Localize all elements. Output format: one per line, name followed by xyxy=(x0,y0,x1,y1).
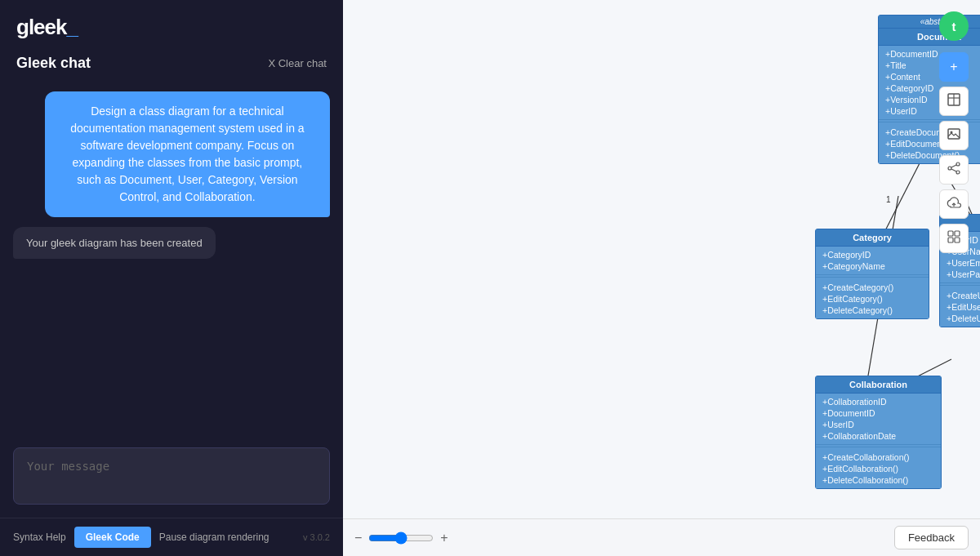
svg-rect-12 xyxy=(955,231,960,236)
svg-point-7 xyxy=(956,171,960,174)
gleek-code-button[interactable]: Gleek Code xyxy=(74,527,151,548)
svg-rect-13 xyxy=(948,238,953,242)
zoom-slider[interactable] xyxy=(368,532,434,545)
message-input[interactable] xyxy=(13,447,330,505)
right-toolbar: + xyxy=(939,52,969,253)
layout-icon xyxy=(947,229,961,247)
image-button[interactable] xyxy=(939,121,969,150)
cloud-button[interactable] xyxy=(939,189,969,219)
zoom-out-icon[interactable]: − xyxy=(354,531,362,545)
syntax-help-button[interactable]: Syntax Help xyxy=(13,532,66,543)
collaboration-name: Collaboration xyxy=(816,376,941,394)
user-message: Design a class diagram for a technical d… xyxy=(45,91,330,217)
table-button[interactable] xyxy=(939,87,969,116)
svg-line-8 xyxy=(951,165,956,167)
category-class: Category +CategoryID +CategoryName +Crea… xyxy=(815,229,929,319)
svg-text:1: 1 xyxy=(886,195,891,204)
logo-bar: gleek_ xyxy=(0,0,343,48)
zoom-control: − + xyxy=(354,531,448,545)
chat-header: Gleek chat X Clear chat xyxy=(0,48,343,83)
add-button[interactable]: + xyxy=(939,52,969,82)
system-message: Your gleek diagram has been created xyxy=(13,227,216,259)
input-area xyxy=(0,438,343,518)
feedback-button[interactable]: Feedback xyxy=(894,526,969,549)
cloud-icon xyxy=(947,195,961,213)
share-icon xyxy=(947,161,961,179)
svg-point-4 xyxy=(951,131,953,134)
add-icon: + xyxy=(950,60,957,74)
share-button[interactable] xyxy=(939,155,969,185)
logo: gleek_ xyxy=(16,15,78,40)
user-methods: +CreateUser() +EditUser() +DeleteUser() xyxy=(940,287,980,327)
messages-area: Design a class diagram for a technical d… xyxy=(0,83,343,438)
diagram-bottom-bar: − + Feedback xyxy=(343,518,980,556)
right-panel: t + xyxy=(343,0,980,556)
layout-button[interactable] xyxy=(939,224,969,253)
category-methods: +CreateCategory() +EditCategory() +Delet… xyxy=(816,279,929,318)
svg-point-5 xyxy=(956,162,960,166)
svg-rect-14 xyxy=(955,238,960,242)
table-icon xyxy=(947,92,961,110)
category-attrs: +CategoryID +CategoryName xyxy=(816,247,929,275)
image-icon xyxy=(947,127,961,145)
bottom-toolbar: Syntax Help Gleek Code Pause diagram ren… xyxy=(0,518,343,556)
left-panel: gleek_ Gleek chat X Clear chat Design a … xyxy=(0,0,343,556)
collaboration-class: Collaboration +CollaborationID +Document… xyxy=(815,376,942,489)
svg-line-9 xyxy=(951,169,956,171)
svg-rect-11 xyxy=(948,231,953,236)
version-label: v 3.0.2 xyxy=(303,532,330,542)
chat-title: Gleek chat xyxy=(16,55,91,72)
zoom-in-icon[interactable]: + xyxy=(440,531,448,545)
svg-point-6 xyxy=(948,167,951,170)
avatar[interactable]: t xyxy=(939,11,969,41)
svg-rect-3 xyxy=(948,129,960,139)
pause-rendering-button[interactable]: Pause diagram rendering xyxy=(159,532,270,543)
category-name: Category xyxy=(816,229,929,247)
clear-chat-button[interactable]: X Clear chat xyxy=(268,57,327,69)
collaboration-attrs: +CollaborationID +DocumentID +UserID +Co… xyxy=(816,394,941,445)
collaboration-methods: +CreateCollaboration() +EditCollaboratio… xyxy=(816,449,941,488)
